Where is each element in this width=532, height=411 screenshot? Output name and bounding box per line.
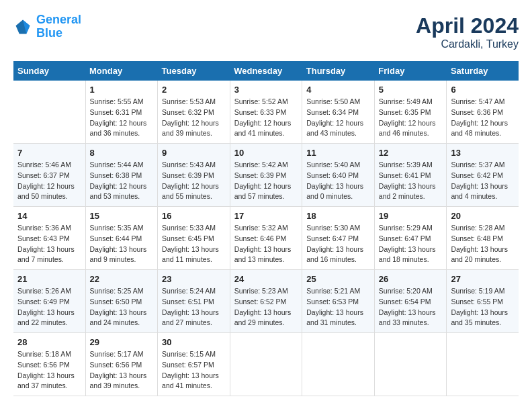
calendar-title: April 2024	[416, 13, 519, 38]
column-header-monday: Monday	[85, 61, 158, 81]
day-info: Sunrise: 5:23 AMSunset: 6:52 PMDaylight:…	[234, 286, 298, 328]
day-info: Sunrise: 5:21 AMSunset: 6:53 PMDaylight:…	[306, 286, 370, 328]
day-number: 12	[379, 148, 443, 158]
day-number: 13	[451, 148, 515, 158]
column-header-friday: Friday	[374, 61, 447, 81]
logo-icon	[13, 17, 32, 36]
calendar-cell	[447, 333, 519, 396]
day-info: Sunrise: 5:40 AMSunset: 6:40 PMDaylight:…	[306, 160, 370, 202]
calendar-cell: 24Sunrise: 5:23 AMSunset: 6:52 PMDayligh…	[230, 270, 302, 333]
column-header-sunday: Sunday	[13, 61, 85, 81]
day-info: Sunrise: 5:19 AMSunset: 6:55 PMDaylight:…	[451, 286, 515, 328]
calendar-cell: 28Sunrise: 5:18 AMSunset: 6:56 PMDayligh…	[13, 333, 85, 396]
day-info: Sunrise: 5:55 AMSunset: 6:31 PMDaylight:…	[90, 97, 154, 139]
calendar-cell: 12Sunrise: 5:39 AMSunset: 6:41 PMDayligh…	[374, 144, 447, 207]
calendar-cell: 3Sunrise: 5:52 AMSunset: 6:33 PMDaylight…	[230, 81, 302, 144]
day-number: 30	[162, 337, 226, 347]
day-info: Sunrise: 5:29 AMSunset: 6:47 PMDaylight:…	[379, 223, 443, 265]
day-number: 15	[90, 211, 154, 221]
day-number: 19	[379, 211, 443, 221]
logo: General Blue	[13, 13, 81, 40]
calendar-table: SundayMondayTuesdayWednesdayThursdayFrid…	[13, 61, 519, 396]
calendar-cell: 15Sunrise: 5:35 AMSunset: 6:44 PMDayligh…	[85, 207, 158, 270]
calendar-cell: 16Sunrise: 5:33 AMSunset: 6:45 PMDayligh…	[158, 207, 230, 270]
page-header: General Blue April 2024 Cardakli, Turkey	[13, 13, 519, 50]
day-info: Sunrise: 5:44 AMSunset: 6:38 PMDaylight:…	[90, 160, 154, 202]
calendar-cell: 10Sunrise: 5:42 AMSunset: 6:39 PMDayligh…	[230, 144, 302, 207]
calendar-subtitle: Cardakli, Turkey	[416, 38, 519, 50]
day-number: 3	[234, 85, 298, 95]
day-info: Sunrise: 5:36 AMSunset: 6:43 PMDaylight:…	[17, 223, 81, 265]
day-number: 16	[162, 211, 226, 221]
calendar-cell: 2Sunrise: 5:53 AMSunset: 6:32 PMDaylight…	[158, 81, 230, 144]
calendar-cell: 30Sunrise: 5:15 AMSunset: 6:57 PMDayligh…	[158, 333, 230, 396]
day-info: Sunrise: 5:17 AMSunset: 6:56 PMDaylight:…	[90, 349, 154, 392]
day-info: Sunrise: 5:15 AMSunset: 6:57 PMDaylight:…	[162, 349, 226, 392]
day-number: 26	[379, 274, 443, 284]
calendar-cell: 4Sunrise: 5:50 AMSunset: 6:34 PMDaylight…	[302, 81, 375, 144]
calendar-cell: 29Sunrise: 5:17 AMSunset: 6:56 PMDayligh…	[85, 333, 158, 396]
calendar-cell: 18Sunrise: 5:30 AMSunset: 6:47 PMDayligh…	[302, 207, 375, 270]
calendar-cell	[374, 333, 447, 396]
day-info: Sunrise: 5:53 AMSunset: 6:32 PMDaylight:…	[162, 97, 226, 139]
calendar-cell: 1Sunrise: 5:55 AMSunset: 6:31 PMDaylight…	[85, 81, 158, 144]
calendar-cell: 7Sunrise: 5:46 AMSunset: 6:37 PMDaylight…	[13, 144, 85, 207]
day-info: Sunrise: 5:18 AMSunset: 6:56 PMDaylight:…	[17, 349, 81, 392]
day-info: Sunrise: 5:43 AMSunset: 6:39 PMDaylight:…	[162, 160, 226, 202]
column-header-saturday: Saturday	[447, 61, 519, 81]
day-number: 11	[306, 148, 370, 158]
column-header-tuesday: Tuesday	[158, 61, 230, 81]
day-number: 27	[451, 274, 515, 284]
calendar-week-row: 1Sunrise: 5:55 AMSunset: 6:31 PMDaylight…	[13, 81, 519, 144]
calendar-week-row: 28Sunrise: 5:18 AMSunset: 6:56 PMDayligh…	[13, 333, 519, 396]
day-number: 10	[234, 148, 298, 158]
calendar-cell: 27Sunrise: 5:19 AMSunset: 6:55 PMDayligh…	[447, 270, 519, 333]
day-info: Sunrise: 5:30 AMSunset: 6:47 PMDaylight:…	[306, 223, 370, 265]
day-number: 2	[162, 85, 226, 95]
calendar-header-row: SundayMondayTuesdayWednesdayThursdayFrid…	[13, 61, 519, 81]
day-info: Sunrise: 5:39 AMSunset: 6:41 PMDaylight:…	[379, 160, 443, 202]
calendar-week-row: 14Sunrise: 5:36 AMSunset: 6:43 PMDayligh…	[13, 207, 519, 270]
day-number: 8	[90, 148, 154, 158]
calendar-cell: 17Sunrise: 5:32 AMSunset: 6:46 PMDayligh…	[230, 207, 302, 270]
calendar-week-row: 21Sunrise: 5:26 AMSunset: 6:49 PMDayligh…	[13, 270, 519, 333]
calendar-cell: 13Sunrise: 5:37 AMSunset: 6:42 PMDayligh…	[447, 144, 519, 207]
day-info: Sunrise: 5:28 AMSunset: 6:48 PMDaylight:…	[451, 223, 515, 265]
day-number: 6	[451, 85, 515, 95]
day-number: 5	[379, 85, 443, 95]
day-info: Sunrise: 5:49 AMSunset: 6:35 PMDaylight:…	[379, 97, 443, 139]
day-info: Sunrise: 5:37 AMSunset: 6:42 PMDaylight:…	[451, 160, 515, 202]
title-block: April 2024 Cardakli, Turkey	[416, 13, 519, 50]
calendar-cell: 9Sunrise: 5:43 AMSunset: 6:39 PMDaylight…	[158, 144, 230, 207]
day-number: 7	[17, 148, 81, 158]
day-number: 23	[162, 274, 226, 284]
day-number: 17	[234, 211, 298, 221]
calendar-cell: 6Sunrise: 5:47 AMSunset: 6:36 PMDaylight…	[447, 81, 519, 144]
calendar-cell: 23Sunrise: 5:24 AMSunset: 6:51 PMDayligh…	[158, 270, 230, 333]
calendar-cell: 11Sunrise: 5:40 AMSunset: 6:40 PMDayligh…	[302, 144, 375, 207]
column-header-thursday: Thursday	[302, 61, 375, 81]
day-number: 4	[306, 85, 370, 95]
logo-line2: Blue	[36, 26, 62, 40]
day-number: 18	[306, 211, 370, 221]
day-info: Sunrise: 5:24 AMSunset: 6:51 PMDaylight:…	[162, 286, 226, 328]
logo-line1: General	[36, 13, 81, 26]
day-number: 14	[17, 211, 81, 221]
day-number: 9	[162, 148, 226, 158]
calendar-cell: 5Sunrise: 5:49 AMSunset: 6:35 PMDaylight…	[374, 81, 447, 144]
day-number: 22	[90, 274, 154, 284]
day-info: Sunrise: 5:33 AMSunset: 6:45 PMDaylight:…	[162, 223, 226, 265]
day-info: Sunrise: 5:25 AMSunset: 6:50 PMDaylight:…	[90, 286, 154, 328]
day-number: 28	[17, 337, 81, 347]
calendar-cell: 22Sunrise: 5:25 AMSunset: 6:50 PMDayligh…	[85, 270, 158, 333]
day-number: 21	[17, 274, 81, 284]
day-info: Sunrise: 5:26 AMSunset: 6:49 PMDaylight:…	[17, 286, 81, 328]
calendar-cell: 8Sunrise: 5:44 AMSunset: 6:38 PMDaylight…	[85, 144, 158, 207]
calendar-cell: 20Sunrise: 5:28 AMSunset: 6:48 PMDayligh…	[447, 207, 519, 270]
day-info: Sunrise: 5:42 AMSunset: 6:39 PMDaylight:…	[234, 160, 298, 202]
calendar-week-row: 7Sunrise: 5:46 AMSunset: 6:37 PMDaylight…	[13, 144, 519, 207]
calendar-cell: 21Sunrise: 5:26 AMSunset: 6:49 PMDayligh…	[13, 270, 85, 333]
day-info: Sunrise: 5:52 AMSunset: 6:33 PMDaylight:…	[234, 97, 298, 139]
calendar-cell	[302, 333, 375, 396]
calendar-cell	[13, 81, 85, 144]
